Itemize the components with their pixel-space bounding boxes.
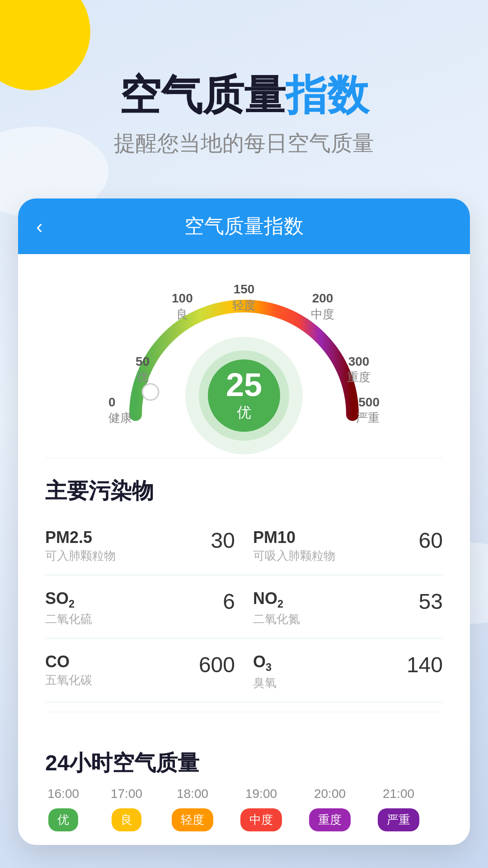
gauge-wrapper: 0 健康 50 优 100 良 150 轻度 200 中度 bbox=[108, 281, 380, 439]
pollutant-header: CO 五氧化碳 600 bbox=[45, 652, 235, 688]
svg-point-0 bbox=[142, 384, 159, 400]
back-button[interactable]: ‹ bbox=[36, 215, 43, 238]
pollutants-grid: PM2.5 可入肺颗粒物 30 PM10 可吸入肺颗粒物 60 SO2 二氧化硫… bbox=[18, 514, 470, 702]
pollutant-value: 60 bbox=[419, 528, 443, 553]
pollutant-name: PM2.5 可入肺颗粒物 bbox=[45, 528, 116, 564]
hour-item-2: 18:00 轻度 bbox=[172, 787, 213, 831]
gauge-center: 25 优 bbox=[185, 337, 303, 454]
hour-item-1: 17:00 良 bbox=[108, 787, 145, 831]
gauge-value-number: 25 bbox=[226, 368, 262, 401]
hour-time: 16:00 bbox=[47, 787, 79, 801]
pollutant-item-2: SO2 二氧化硫 6 bbox=[45, 576, 244, 639]
hour-time: 18:00 bbox=[177, 787, 208, 801]
hour-time: 21:00 bbox=[383, 787, 414, 801]
hour-badge: 良 bbox=[112, 808, 141, 831]
hour-time: 20:00 bbox=[314, 787, 346, 801]
pollutant-name: PM10 可吸入肺颗粒物 bbox=[253, 528, 335, 564]
hour-badge: 优 bbox=[48, 808, 78, 831]
pollutant-item-1: PM10 可吸入肺颗粒物 60 bbox=[244, 514, 443, 576]
label-300: 300 重度 bbox=[347, 354, 371, 385]
hour-item-3: 19:00 中度 bbox=[240, 787, 282, 831]
gauge-glow-inner: 25 优 bbox=[199, 350, 289, 441]
hour-badge: 严重 bbox=[378, 808, 419, 831]
card-header: ‹ 空气质量指数 bbox=[18, 198, 470, 254]
pollutants-title: 主要污染物 bbox=[18, 458, 470, 514]
header-section: 空气质量指数 提醒您当地的每日空气质量 bbox=[0, 0, 488, 185]
gauge-value-circle: 25 优 bbox=[208, 359, 280, 432]
main-title: 空气质量指数 bbox=[27, 72, 461, 118]
subtitle: 提醒您当地的每日空气质量 bbox=[27, 129, 461, 158]
pollutant-item-3: NO2 二氧化氮 53 bbox=[244, 576, 443, 639]
pollutant-header: PM10 可吸入肺颗粒物 60 bbox=[253, 528, 443, 564]
pollutant-header: O3 臭氧 140 bbox=[253, 652, 443, 690]
pollutant-name: CO 五氧化碳 bbox=[45, 652, 92, 688]
gauge-value-label: 优 bbox=[237, 403, 251, 423]
pollutant-value: 53 bbox=[419, 589, 443, 614]
pollutant-item-0: PM2.5 可入肺颗粒物 30 bbox=[45, 514, 244, 576]
hours-scroll: 16:00 优 17:00 良 18:00 轻度 19:00 中度 20:00 … bbox=[18, 787, 470, 831]
hour-time: 19:00 bbox=[245, 787, 277, 801]
pollutant-name: NO2 二氧化氮 bbox=[253, 589, 300, 627]
pollutant-header: NO2 二氧化氮 53 bbox=[253, 589, 443, 627]
pollutant-value: 600 bbox=[199, 652, 235, 677]
title-black: 空气质量 bbox=[119, 72, 286, 118]
hour-item-5: 21:00 严重 bbox=[378, 787, 419, 831]
hour-time: 17:00 bbox=[111, 787, 142, 801]
pollutant-header: PM2.5 可入肺颗粒物 30 bbox=[45, 528, 235, 564]
title-blue: 指数 bbox=[286, 72, 369, 118]
pollutant-name: SO2 二氧化硫 bbox=[45, 589, 92, 627]
label-0: 0 健康 bbox=[108, 394, 132, 426]
hour-badge: 重度 bbox=[309, 808, 351, 831]
hour-badge: 轻度 bbox=[172, 808, 213, 831]
main-card: ‹ 空气质量指数 bbox=[18, 198, 470, 844]
hours-section: 24小时空气质量 16:00 优 17:00 良 18:00 轻度 19:00 … bbox=[18, 712, 470, 845]
pollutants-section: 主要污染物 PM2.5 可入肺颗粒物 30 PM10 可吸入肺颗粒物 60 bbox=[18, 458, 470, 702]
hours-title: 24小时空气质量 bbox=[18, 731, 470, 787]
hour-badge: 中度 bbox=[240, 808, 282, 831]
pollutant-value: 30 bbox=[211, 528, 235, 553]
label-150: 150 轻度 bbox=[232, 281, 256, 313]
pollutant-item-4: CO 五氧化碳 600 bbox=[45, 639, 244, 702]
label-200: 200 中度 bbox=[311, 290, 334, 322]
gauge-section: 0 健康 50 优 100 良 150 轻度 200 中度 bbox=[18, 254, 470, 458]
pollutant-value: 6 bbox=[223, 589, 235, 614]
pollutant-header: SO2 二氧化硫 6 bbox=[45, 589, 235, 627]
label-100: 100 良 bbox=[172, 290, 193, 322]
pollutant-name: O3 臭氧 bbox=[253, 652, 277, 690]
card-title: 空气质量指数 bbox=[184, 213, 304, 240]
pollutant-value: 140 bbox=[407, 652, 443, 677]
pollutant-item-5: O3 臭氧 140 bbox=[244, 639, 443, 702]
label-50: 50 优 bbox=[136, 354, 150, 385]
label-500: 500 严重 bbox=[356, 394, 380, 426]
hour-item-0: 16:00 优 bbox=[45, 787, 81, 831]
hour-item-4: 20:00 重度 bbox=[309, 787, 351, 831]
gauge-glow-outer: 25 优 bbox=[185, 337, 303, 454]
